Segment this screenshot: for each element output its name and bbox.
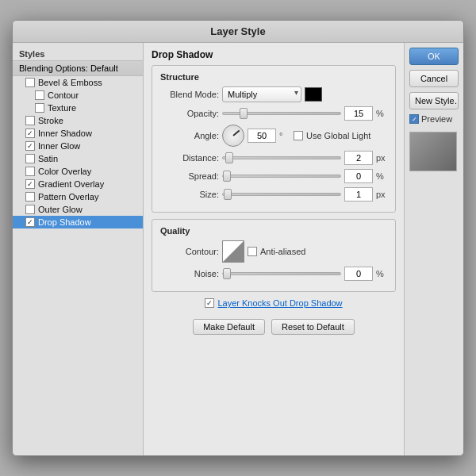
blend-color-swatch[interactable] [305,87,322,102]
layer-style-dialog: Layer Style Styles Blending Options: Def… [12,20,464,456]
sidebar-item-texture[interactable]: Texture [13,102,143,114]
use-global-light-label[interactable]: Use Global Light [294,131,370,140]
structure-title: Structure [160,72,387,82]
opacity-input[interactable] [344,106,373,121]
section-title: Drop Shadow [152,49,396,60]
noise-slider[interactable] [222,272,341,275]
sidebar-item-bevel-emboss[interactable]: Bevel & Emboss [13,76,143,89]
outer-glow-label: Outer Glow [38,205,83,214]
quality-section: Quality Contour: Anti-aliased [152,219,396,292]
size-label: Size: [160,190,219,199]
opacity-row: Opacity: % [160,106,387,121]
gradient-overlay-label: Gradient Overlay [38,179,104,189]
contour-label: Contour [48,90,79,100]
spread-input[interactable] [344,169,373,183]
noise-slider-track [222,268,341,279]
sidebar-item-stroke[interactable]: Stroke [13,114,143,127]
noise-input[interactable] [344,267,373,281]
bevel-emboss-label: Bevel & Emboss [38,78,102,87]
sidebar-item-inner-glow[interactable]: Inner Glow [13,140,143,152]
dialog-title: Layer Style [210,25,265,37]
blending-options-item[interactable]: Blending Options: Default [13,60,143,76]
sidebar-item-pattern-overlay[interactable]: Pattern Overlay [13,190,143,203]
right-panel: OK Cancel New Style… Preview [404,43,463,455]
inner-glow-checkbox[interactable] [25,141,35,151]
spread-slider-track [222,171,341,182]
contour-label: Contour: [160,247,219,256]
sidebar-item-drop-shadow[interactable]: Drop Shadow [13,216,143,228]
cancel-button[interactable]: Cancel [409,70,459,87]
contour-thumbnail[interactable] [222,240,244,263]
opacity-label: Opacity: [160,109,219,118]
distance-slider-track [222,152,341,163]
distance-label: Distance: [160,153,219,163]
contour-row: Contour: Anti-aliased [160,240,387,263]
make-default-button[interactable]: Make Default [193,319,265,335]
layer-knocks-checkbox[interactable] [205,298,214,308]
stroke-checkbox[interactable] [25,116,35,125]
inner-glow-label: Inner Glow [38,141,80,151]
anti-aliased-text: Anti-aliased [260,247,305,256]
drop-shadow-checkbox[interactable] [25,217,35,227]
satin-checkbox[interactable] [25,154,35,163]
blend-mode-row: Blend Mode: Multiply [160,86,387,102]
new-style-label-overflow: yle… [443,96,459,106]
sidebar-item-inner-shadow[interactable]: Inner Shadow [13,127,143,140]
sidebar-item-color-overlay[interactable]: Color Overlay [13,165,143,178]
sidebar-item-satin[interactable]: Satin [13,152,143,165]
distance-unit: px [376,153,387,163]
outer-glow-checkbox[interactable] [25,205,35,214]
size-row: Size: px [160,187,387,202]
distance-slider[interactable] [222,156,341,159]
main-panel: Drop Shadow Structure Blend Mode: Multip… [144,43,404,455]
inner-shadow-label: Inner Shadow [38,129,92,138]
bottom-buttons: Make Default Reset to Default [193,319,355,335]
spread-label: Spread: [160,171,219,181]
color-overlay-checkbox[interactable] [25,167,35,176]
blend-mode-select[interactable]: Multiply [222,86,301,102]
preview-checkbox[interactable] [409,114,419,124]
preview-label-row: Preview [409,114,459,124]
spread-slider[interactable] [222,175,341,178]
opacity-slider-track [222,108,341,119]
anti-aliased-checkbox[interactable] [248,247,257,256]
dialog-body: Styles Blending Options: Default Bevel &… [13,43,463,455]
ok-button[interactable]: OK [409,48,459,65]
noise-unit: % [376,269,387,278]
left-panel: Styles Blending Options: Default Bevel &… [13,43,144,455]
angle-input[interactable] [248,129,276,143]
size-slider-track [222,189,341,200]
blending-options-label: Blending Options: Default [19,63,118,73]
contour-checkbox[interactable] [35,90,44,100]
texture-checkbox[interactable] [35,103,44,113]
use-global-light-checkbox[interactable] [294,131,303,140]
spread-unit: % [376,171,387,181]
structure-section: Structure Blend Mode: Multiply Opacity: [152,65,396,213]
reset-default-button[interactable]: Reset to Default [271,319,355,335]
bevel-emboss-checkbox[interactable] [25,78,35,87]
distance-input[interactable] [344,151,373,165]
texture-label: Texture [48,103,76,113]
opacity-unit: % [376,109,387,118]
angle-dial[interactable] [222,125,244,147]
pattern-overlay-checkbox[interactable] [25,192,35,202]
new-style-button[interactable]: New Style… [409,92,459,109]
distance-row: Distance: px [160,151,387,165]
sidebar-item-outer-glow[interactable]: Outer Glow [13,203,143,216]
size-input[interactable] [344,187,373,202]
blend-mode-select-wrapper: Multiply [222,86,301,102]
color-overlay-label: Color Overlay [38,167,91,176]
sidebar-item-gradient-overlay[interactable]: Gradient Overlay [13,178,143,190]
gradient-overlay-checkbox[interactable] [25,179,35,189]
anti-aliased-label[interactable]: Anti-aliased [248,247,305,256]
opacity-slider[interactable] [222,112,341,115]
inner-shadow-checkbox[interactable] [25,129,35,138]
pattern-overlay-label: Pattern Overlay [38,192,98,202]
angle-label: Angle: [160,131,219,140]
bottom-actions: Layer Knocks Out Drop Shadow Make Defaul… [152,298,396,335]
quality-title: Quality [160,226,387,236]
layer-knocks-row: Layer Knocks Out Drop Shadow [205,298,342,308]
size-slider[interactable] [222,193,341,196]
styles-header: Styles [13,46,143,60]
sidebar-item-contour[interactable]: Contour [13,89,143,102]
